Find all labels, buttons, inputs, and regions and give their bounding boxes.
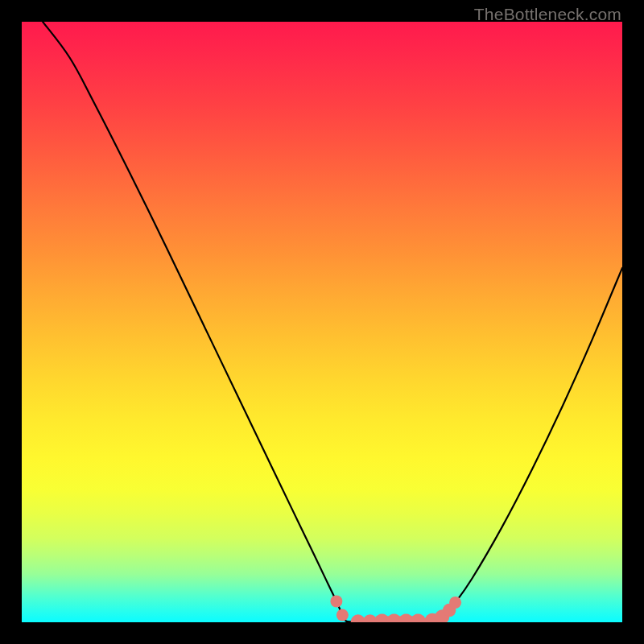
highlight-dot	[449, 597, 461, 609]
chart-plot-area	[22, 22, 622, 622]
highlight-dot	[411, 614, 427, 622]
highlight-dot	[336, 609, 349, 621]
highlight-dot	[330, 595, 342, 607]
curve-right-curve	[352, 268, 622, 622]
watermark-text: TheBottleneck.com	[474, 5, 621, 24]
chart-svg	[22, 22, 622, 622]
curve-left-curve	[43, 22, 352, 621]
